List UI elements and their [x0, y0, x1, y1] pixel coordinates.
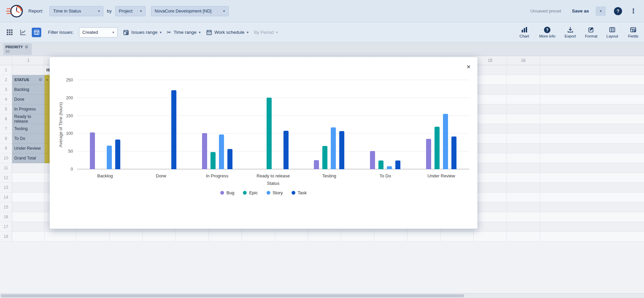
sheet-cell[interactable]	[474, 144, 507, 153]
row-header-18[interactable]: 18	[0, 232, 12, 242]
sheet-cell[interactable]	[474, 202, 507, 212]
row-header-7[interactable]: 7	[0, 124, 12, 134]
sheet-cell[interactable]	[507, 222, 540, 232]
sheet-cell[interactable]	[474, 134, 507, 144]
row-header-15[interactable]: 15	[0, 202, 12, 212]
sheet-cell[interactable]	[507, 163, 540, 173]
sheet-cell[interactable]	[507, 114, 540, 124]
gear-icon[interactable]: ⚙	[39, 78, 42, 82]
sheet-cell[interactable]	[474, 153, 507, 163]
sheet-cell[interactable]	[275, 232, 308, 242]
sheet-cell[interactable]	[12, 163, 45, 173]
sheet-cell[interactable]	[143, 232, 176, 242]
toolbar-action-chart[interactable]: Chart	[518, 26, 530, 38]
filter-issues-select[interactable]: Created ▾	[79, 27, 118, 38]
sheet-cell[interactable]	[507, 124, 540, 134]
project-select[interactable]: NovaCore Development [ND] ▾	[151, 6, 229, 16]
legend-item-task[interactable]: Task	[292, 190, 307, 195]
row-header-2[interactable]: 2	[0, 75, 12, 85]
sheet-cell[interactable]	[474, 183, 507, 193]
sheet-cell[interactable]	[374, 232, 407, 242]
sheet-cell[interactable]	[507, 134, 540, 144]
column-header-1[interactable]: 1	[12, 56, 45, 65]
sheet-cell[interactable]	[474, 85, 507, 95]
sheet-cell[interactable]	[12, 65, 45, 75]
grid-view-button[interactable]	[5, 28, 14, 37]
sheet-cell[interactable]	[507, 153, 540, 163]
gear-icon[interactable]: ⚙	[25, 45, 28, 49]
time-range-button[interactable]: ✂ Time range ▾	[167, 30, 200, 35]
status-row-cell[interactable]: Backlog	[12, 85, 45, 95]
row-header-1[interactable]: 1	[0, 65, 12, 75]
row-header-6[interactable]: 6	[0, 114, 12, 124]
row-header-13[interactable]: 13	[0, 183, 12, 193]
sheet-cell[interactable]	[474, 124, 507, 134]
sheet-cell[interactable]	[407, 232, 441, 242]
chart-view-button[interactable]	[18, 28, 28, 37]
sheet-cell[interactable]	[341, 232, 374, 242]
sheet-cell[interactable]	[76, 232, 109, 242]
sheet-cell[interactable]	[507, 104, 540, 114]
horizontal-scrollbar[interactable]	[0, 293, 644, 298]
save-as-caret-button[interactable]: ▾	[596, 6, 606, 16]
sheet-cell[interactable]	[474, 193, 507, 202]
status-row-cell[interactable]: Under Review	[12, 144, 45, 153]
row-header-17[interactable]: 17	[0, 222, 12, 232]
sheet-cell[interactable]	[474, 95, 507, 104]
sheet-cell[interactable]	[507, 65, 540, 75]
table-view-button[interactable]	[32, 28, 41, 37]
sheet-cell[interactable]	[474, 163, 507, 173]
status-row-cell[interactable]: Testing	[12, 124, 45, 134]
sheet-cell[interactable]	[474, 65, 507, 75]
priority-filter-cell[interactable]: PRIORITY ⚙ All	[3, 43, 32, 55]
row-header-16[interactable]: 16	[0, 212, 12, 222]
sheet-cell[interactable]	[507, 95, 540, 104]
row-header-12[interactable]: 12	[0, 173, 12, 183]
column-header-16[interactable]: 16	[507, 56, 540, 65]
sheet-cell[interactable]	[474, 104, 507, 114]
row-header-14[interactable]: 14	[0, 193, 12, 202]
sheet-cell[interactable]	[12, 212, 45, 222]
legend-item-bug[interactable]: Bug	[220, 190, 234, 195]
scrollbar-thumb[interactable]	[1, 294, 464, 297]
sheet-cell[interactable]	[12, 202, 45, 212]
sheet-cell[interactable]	[507, 173, 540, 183]
row-header-11[interactable]: 11	[0, 163, 12, 173]
sheet-cell[interactable]	[474, 173, 507, 183]
sheet-cell[interactable]	[474, 114, 507, 124]
status-row-cell[interactable]: In Progress	[12, 104, 45, 114]
sheet-cell[interactable]	[474, 212, 507, 222]
row-header-4[interactable]: 4	[0, 95, 12, 104]
sheet-cell[interactable]	[507, 75, 540, 85]
save-as-button[interactable]: Save as	[570, 8, 591, 14]
sheet-cell[interactable]	[507, 183, 540, 193]
sheet-cell[interactable]	[12, 183, 45, 193]
sheet-cell[interactable]	[12, 173, 45, 183]
work-schedule-button[interactable]: Work schedule ▾	[206, 29, 249, 35]
toolbar-action-fields[interactable]: Fields	[627, 26, 639, 38]
sheet-cell[interactable]	[176, 232, 209, 242]
sheet-cell[interactable]	[474, 75, 507, 85]
sheet-cell[interactable]	[308, 232, 341, 242]
column-header-15[interactable]: 15	[474, 56, 507, 65]
toolbar-action-export[interactable]: Export	[564, 26, 576, 38]
legend-item-story[interactable]: Story	[267, 190, 283, 195]
status-row-cell[interactable]: Done	[12, 95, 45, 104]
issues-range-button[interactable]: Issues range ▾	[123, 29, 162, 35]
group-by-select[interactable]: Project ▾	[115, 6, 146, 16]
status-row-cell[interactable]: Ready to release	[12, 114, 45, 124]
overflow-menu-button[interactable]: ⋮	[629, 7, 638, 15]
sheet-cell[interactable]	[507, 144, 540, 153]
status-row-cell[interactable]: To Do	[12, 134, 45, 144]
close-button[interactable]: ✕	[466, 64, 471, 70]
sheet-cell[interactable]	[507, 212, 540, 222]
report-type-select[interactable]: Time in Status ▾	[49, 6, 103, 16]
toolbar-action-more-info[interactable]: ?More info	[539, 27, 555, 38]
sheet-cell[interactable]	[507, 232, 540, 242]
sheet-cell[interactable]	[474, 222, 507, 232]
status-header-cell[interactable]: STATUS⚙	[12, 75, 45, 85]
row-header-8[interactable]: 8	[0, 134, 12, 144]
row-header-3[interactable]: 3	[0, 85, 12, 95]
status-row-cell[interactable]: Grand Total	[12, 153, 45, 163]
toolbar-action-format[interactable]: Format	[585, 26, 597, 38]
